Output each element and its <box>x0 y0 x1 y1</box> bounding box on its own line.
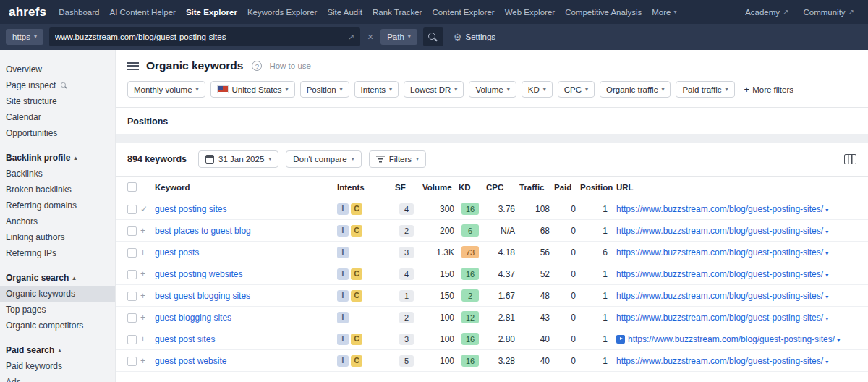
url-expand-caret-icon[interactable]: ▾ <box>825 207 828 213</box>
compare-selector[interactable]: Don't compare ▾ <box>286 150 361 168</box>
sidebar-item[interactable]: Linking authors <box>0 229 115 245</box>
filter-button[interactable]: Position ▾ <box>300 81 349 98</box>
url-expand-caret-icon[interactable]: ▾ <box>825 359 828 365</box>
sidebar-item[interactable]: Overview <box>0 61 115 77</box>
topnav-item[interactable]: Site Audit <box>322 0 367 24</box>
filter-button[interactable]: Paid traffic ▾ <box>676 81 734 98</box>
keyword-link[interactable]: guest blogging sites <box>155 313 231 323</box>
row-checkbox[interactable] <box>127 226 137 236</box>
sidebar-item[interactable]: Broken backlinks <box>0 182 115 198</box>
url-expand-caret-icon[interactable]: ▾ <box>825 272 828 279</box>
expand-icon[interactable]: + <box>140 247 145 258</box>
row-checkbox[interactable] <box>127 357 137 366</box>
topnav-right-item[interactable]: Academy ↗ <box>740 0 793 24</box>
mode-selector[interactable]: Path ▾ <box>380 29 417 45</box>
sidebar-item[interactable]: Opportunities <box>0 125 115 141</box>
url-expand-caret-icon[interactable]: ▾ <box>837 337 840 344</box>
keyword-link[interactable]: guest posting websites <box>155 269 242 279</box>
filter-button[interactable]: Intents ▾ <box>354 81 399 98</box>
how-to-use-link[interactable]: How to use <box>269 61 311 70</box>
open-url-icon[interactable]: ↗ <box>348 33 354 42</box>
filter-button[interactable]: Lowest DR ▾ <box>404 81 464 98</box>
clear-url-icon[interactable]: × <box>366 31 375 43</box>
topnav-item[interactable]: Web Explorer <box>500 0 560 24</box>
sidebar-item[interactable]: Top pages <box>0 302 115 318</box>
expand-icon[interactable]: + <box>140 313 145 323</box>
topnav-item[interactable]: Keywords Explorer <box>242 0 323 24</box>
keyword-link[interactable]: best guest blogging sites <box>155 291 250 301</box>
sidebar-item[interactable]: Organic search ▴ <box>0 270 115 286</box>
topnav-item[interactable]: Site Explorer <box>181 0 242 24</box>
keyword-link[interactable]: guest post website <box>155 356 226 366</box>
expand-icon[interactable]: ✓ <box>140 204 148 214</box>
filter-button[interactable]: Monthly volume ▾ <box>127 81 205 98</box>
search-button[interactable] <box>423 27 443 46</box>
topnav-item[interactable]: Dashboard <box>54 0 104 24</box>
expand-icon[interactable]: + <box>140 269 145 279</box>
protocol-selector[interactable]: https ▾ <box>6 29 43 45</box>
row-checkbox[interactable] <box>127 270 137 279</box>
col-volume[interactable]: Volume <box>422 177 459 198</box>
select-all-checkbox[interactable] <box>127 182 137 192</box>
topnav-item[interactable]: AI Content Helper <box>105 0 181 24</box>
filter-button[interactable]: Organic traffic ▾ <box>600 81 671 98</box>
url-link[interactable]: https://www.buzzstream.com/blog/guest-po… <box>628 334 835 344</box>
topnav-item[interactable]: More ▾ <box>647 0 681 24</box>
keyword-link[interactable]: guest post sites <box>155 334 215 344</box>
col-url[interactable]: URL <box>612 177 868 198</box>
more-filters-button[interactable]: + More filters <box>744 85 793 94</box>
col-kd[interactable]: KD <box>459 177 486 198</box>
sidebar-item[interactable]: Ads <box>0 374 115 382</box>
positions-tab[interactable]: Positions <box>116 108 868 134</box>
filter-button[interactable]: KD ▾ <box>522 81 553 98</box>
expand-icon[interactable]: + <box>140 356 145 366</box>
expand-icon[interactable]: + <box>140 226 145 236</box>
row-checkbox[interactable] <box>127 205 137 214</box>
menu-icon[interactable] <box>127 62 139 70</box>
url-link[interactable]: https://www.buzzstream.com/blog/guest-po… <box>616 313 823 323</box>
url-expand-caret-icon[interactable]: ▾ <box>825 315 828 322</box>
topnav-right-item[interactable]: Community ↗ <box>798 0 859 24</box>
topnav-item[interactable]: Competitive Analysis <box>560 0 647 24</box>
help-icon[interactable]: ? <box>252 61 262 71</box>
columns-settings-icon[interactable] <box>844 154 856 164</box>
col-paid[interactable]: Paid <box>554 177 580 198</box>
expand-icon[interactable]: + <box>140 291 145 301</box>
topnav-item[interactable]: Content Explorer <box>427 0 499 24</box>
sidebar-item[interactable]: Referring IPs <box>0 245 115 261</box>
url-expand-caret-icon[interactable]: ▾ <box>825 250 828 257</box>
sidebar-item[interactable]: Organic keywords <box>0 286 115 302</box>
col-cpc[interactable]: CPC <box>486 177 519 198</box>
sidebar-item[interactable]: Site structure <box>0 93 115 109</box>
col-sf[interactable]: SF <box>395 177 422 198</box>
url-link[interactable]: https://www.buzzstream.com/blog/guest-po… <box>616 269 823 279</box>
url-link[interactable]: https://www.buzzstream.com/blog/guest-po… <box>616 356 823 366</box>
sidebar-item[interactable]: Backlink profile ▴ <box>0 150 115 166</box>
url-input[interactable] <box>55 33 348 41</box>
col-keyword[interactable]: Keyword <box>155 177 337 198</box>
keyword-link[interactable]: best places to guest blog <box>155 226 251 236</box>
col-position[interactable]: Position <box>580 177 612 198</box>
row-checkbox[interactable] <box>127 313 137 323</box>
url-expand-caret-icon[interactable]: ▾ <box>825 229 828 235</box>
sidebar-item[interactable]: Anchors <box>0 213 115 229</box>
settings-button[interactable]: ⚙ Settings <box>454 32 495 43</box>
sidebar-item[interactable]: Organic competitors <box>0 318 115 334</box>
keyword-link[interactable]: guest posting sites <box>155 204 226 214</box>
col-intents[interactable]: Intents <box>337 177 395 198</box>
sidebar-item[interactable]: Page inspect <box>0 77 115 93</box>
sidebar-item[interactable]: Referring domains <box>0 198 115 213</box>
url-link[interactable]: https://www.buzzstream.com/blog/guest-po… <box>616 247 823 258</box>
filters-button[interactable]: Filters ▾ <box>369 150 426 168</box>
row-checkbox[interactable] <box>127 335 137 344</box>
row-checkbox[interactable] <box>127 248 137 258</box>
url-link[interactable]: https://www.buzzstream.com/blog/guest-po… <box>616 291 823 301</box>
expand-icon[interactable]: + <box>140 334 145 344</box>
sidebar-item[interactable]: Calendar <box>0 109 115 125</box>
url-expand-caret-icon[interactable]: ▾ <box>825 294 828 300</box>
filter-button[interactable]: Volume ▾ <box>469 81 516 98</box>
keyword-link[interactable]: guest posts <box>155 247 199 258</box>
sidebar-item[interactable]: Paid search ▴ <box>0 342 115 358</box>
url-link[interactable]: https://www.buzzstream.com/blog/guest-po… <box>616 226 823 236</box>
sidebar-item[interactable]: Backlinks <box>0 166 115 182</box>
